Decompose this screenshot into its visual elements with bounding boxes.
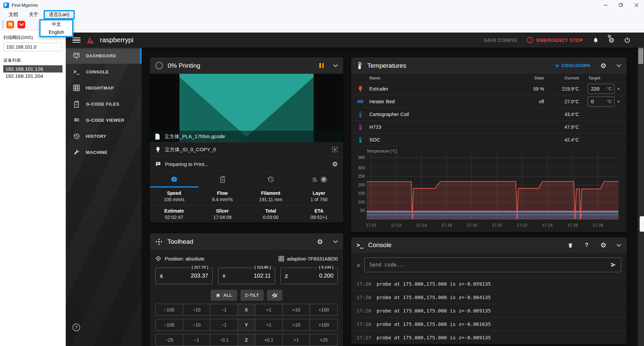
sensor-name: Extruder [369,86,517,92]
target-dropdown-icon[interactable]: ▾ [618,86,620,91]
send-command-icon[interactable] [606,262,621,268]
page-scrollbar[interactable] [638,33,644,346]
toolbar-gripper[interactable] [2,20,4,28]
close-button[interactable] [629,0,644,10]
jog-button[interactable]: +0.1 [255,334,283,346]
jog-button[interactable]: +1 [283,334,310,346]
jog-button[interactable]: −1 [210,319,238,331]
temperatures-panel: Temperatures ❄ COOLDOWN ⚙ Name State Cu [351,57,627,232]
jog-button[interactable]: −0.1 [210,334,238,346]
ui-settings-gears-icon[interactable]: ⚙ ⚙ [608,37,614,44]
taobao-icon[interactable]: 淘 [6,21,14,28]
console-settings-icon[interactable]: ⚙ [600,242,606,248]
printing-object-row[interactable]: 立方体_ID_0_COPY_0 [150,142,343,157]
motors-off-button[interactable] [267,290,282,301]
target-dropdown-icon[interactable]: ▾ [618,99,620,104]
axis-letter: Z [285,273,288,279]
jog-button[interactable]: +100 [310,304,337,315]
dropdown-item-english[interactable]: English [41,28,72,36]
sidebar-item-g-code-viewer[interactable]: 3DG-CODE VIEWER [66,112,142,128]
collapse-panel-icon[interactable] [616,244,621,247]
sidebar-item-heightmap[interactable]: HEIGHTMAP [66,80,142,96]
console-help-icon[interactable]: ? [585,242,588,248]
bed-mesh-profile[interactable]: adaptive-7F8331ABD0 [278,256,338,262]
toolbar: 淘 [0,19,644,30]
menu-item-app[interactable]: 关于 [23,11,44,19]
axis-input-x[interactable]: X203.37[ 217.70 ] [155,268,213,284]
gcode-command-input[interactable] [365,262,606,268]
collapse-panel-icon[interactable] [616,64,621,67]
temperature-table-header: Name State Current Target [351,74,627,82]
menu-item-language[interactable]: 语言(Lan) [44,10,75,19]
svg-text:17:28: 17:28 [592,223,603,228]
axis-input-z[interactable]: Z0.200[ 0.144 ] [280,268,338,284]
tab-history[interactable] [247,171,295,187]
jog-button[interactable]: +1 [255,319,283,331]
jog-button[interactable]: −100 [156,304,183,315]
mesh-grid-icon [278,256,284,262]
svg-text:360: 360 [358,155,365,160]
pause-print-icon[interactable] [319,63,324,68]
notifications-bell-icon[interactable] [592,37,599,44]
jog-button[interactable]: +1 [255,304,283,315]
sidebar-item-g-code-files[interactable]: G-CODE FILES [66,96,142,112]
svg-text:150: 150 [358,191,365,196]
sidebar-item-console[interactable]: >_CONSOLE [66,64,142,80]
help-icon[interactable]: ? [72,324,80,331]
trash-icon[interactable] [568,242,573,248]
minimize-button[interactable] [598,0,613,10]
device-list-item[interactable]: 192.168.101.204 [3,72,62,79]
jog-button[interactable]: −1 [183,334,211,346]
jog-button[interactable]: +100 [310,319,337,331]
tab-speed[interactable] [150,171,198,187]
menu-item-app[interactable]: 文档 [3,11,23,19]
chart-title: Temperature [°C] [367,149,397,154]
dropdown-item-中文[interactable]: 中文 [41,20,72,28]
gcode-thumbnail: 立方体_PLA_17h5m.gcode [150,74,343,142]
target-temp-input[interactable]: 220°C [588,84,614,94]
jog-button[interactable]: +25 [310,334,337,346]
power-icon[interactable] [624,37,631,44]
g-code-viewer-icon: 3D [72,116,80,124]
sidebar-item-dashboard[interactable]: DASHBOARD [66,48,142,64]
jog-button[interactable]: −10 [183,304,211,315]
snowflake-icon: ❄ [555,63,559,68]
collapse-panel-icon[interactable] [333,240,338,243]
log-message: probe at 175.000,175.000 is z=-0.061635 [377,322,491,327]
jog-button[interactable]: +10 [283,319,310,331]
home-all-button[interactable]: ALL [211,290,237,301]
sidebar-item-machine[interactable]: MACHINE [66,144,142,160]
axis-limit-label: [ 0.144 ] [318,265,335,269]
shop-icon[interactable] [17,21,25,28]
z-tilt-button[interactable]: Z-TILT [240,290,264,301]
cooldown-button[interactable]: ❄ COOLDOWN [555,63,591,68]
jog-button[interactable]: −100 [156,319,183,331]
svg-text:17:22: 17:22 [517,223,527,228]
clear-message-icon[interactable] [332,161,338,167]
axis-input-y[interactable]: Y102.11[ 113.85 ] [218,268,275,284]
right-edge-tag[interactable] [640,216,644,232]
thermometer-icon [357,62,363,70]
tab-file-info[interactable] [198,171,247,187]
jog-button[interactable]: −25 [156,334,183,346]
collapse-panel-icon[interactable] [333,64,338,67]
jog-button[interactable]: −1 [210,304,238,315]
axis-letter: X [160,273,163,279]
scan-subnet-input[interactable] [3,43,62,51]
sidebar-item-history[interactable]: HISTORY [66,128,142,144]
temp-settings-icon[interactable]: ⚙ [600,62,606,69]
emergency-stop-button[interactable]: EMERGENCY STOP [527,37,583,44]
device-list-item[interactable]: 192.168.101.126 [3,65,62,72]
restore-button[interactable] [613,0,629,10]
tab-objects[interactable]: 0 [295,171,343,187]
menu-icon[interactable] [72,38,80,43]
save-config-button[interactable]: SAVE CONFIG [483,38,517,43]
target-temp-input[interactable]: 0°C [588,97,614,107]
toolhead-settings-icon[interactable]: ⚙ [317,238,323,245]
command-history-icon[interactable]: » [357,262,360,268]
speedometer-icon [170,175,178,183]
print-file-row[interactable]: 立方体_PLA_17h5m.gcode [150,131,343,142]
exclude-object-icon[interactable] [332,147,338,153]
jog-button[interactable]: −10 [183,319,211,331]
jog-button[interactable]: +10 [283,304,310,315]
